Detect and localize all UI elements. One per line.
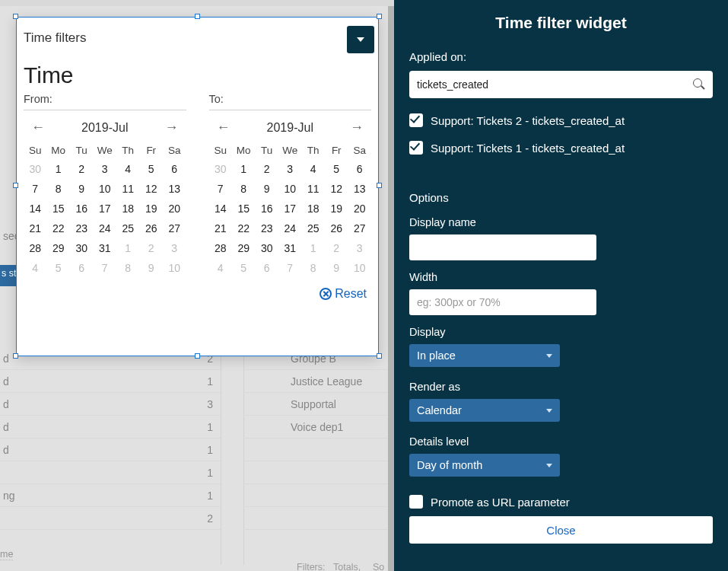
calendar-day[interactable]: 2 [140, 238, 164, 258]
applied-on-item[interactable]: Support: Tickets 2 - tickets_created_at [409, 113, 713, 127]
widget-dropdown-button[interactable] [347, 26, 374, 53]
calendar-day[interactable]: 18 [302, 199, 326, 219]
calendar-day[interactable]: 2 [70, 159, 94, 179]
calendar-day[interactable]: 8 [302, 258, 326, 278]
next-month-button[interactable]: → [162, 118, 182, 137]
calendar-day[interactable]: 11 [302, 179, 326, 199]
calendar-day[interactable]: 15 [47, 199, 71, 219]
display-name-input[interactable] [409, 234, 596, 260]
calendar-day[interactable]: 19 [325, 199, 348, 219]
calendar-day[interactable]: 30 [209, 159, 233, 179]
calendar-day[interactable]: 4 [302, 159, 326, 179]
prev-month-button[interactable]: ← [28, 118, 48, 137]
calendar-day[interactable]: 9 [256, 179, 279, 199]
calendar-day[interactable]: 12 [140, 179, 164, 199]
calendar-day[interactable]: 19 [140, 199, 164, 219]
calendar-day[interactable]: 21 [24, 219, 47, 238]
calendar-day[interactable]: 5 [47, 258, 71, 278]
calendar-day[interactable]: 2 [256, 159, 279, 179]
calendar-day[interactable]: 14 [209, 199, 233, 219]
calendar-day[interactable]: 23 [256, 219, 279, 238]
calendar-day[interactable]: 1 [47, 159, 71, 179]
calendar-day[interactable]: 6 [70, 258, 94, 278]
calendar-day[interactable]: 20 [348, 199, 372, 219]
calendar-day[interactable]: 10 [94, 179, 117, 199]
calendar-day[interactable]: 17 [94, 199, 117, 219]
calendar-day[interactable]: 6 [163, 159, 186, 179]
calendar-day[interactable]: 26 [140, 219, 164, 238]
calendar-day[interactable]: 29 [47, 238, 71, 258]
calendar-day[interactable]: 31 [278, 238, 302, 258]
calendar-day[interactable]: 24 [278, 219, 302, 238]
calendar-day[interactable]: 7 [94, 258, 117, 278]
calendar-day[interactable]: 4 [116, 159, 140, 179]
calendar-day[interactable]: 8 [47, 179, 71, 199]
calendar-day[interactable]: 30 [256, 238, 279, 258]
selection-handle[interactable] [377, 14, 382, 19]
calendar-day[interactable]: 27 [163, 219, 186, 238]
render-as-select[interactable]: Calendar [409, 399, 560, 422]
width-input[interactable] [409, 289, 596, 315]
calendar-day[interactable]: 13 [348, 179, 372, 199]
calendar-day[interactable]: 3 [163, 238, 186, 258]
checkbox[interactable] [409, 141, 423, 155]
calendar-day[interactable]: 10 [278, 179, 302, 199]
calendar-day[interactable]: 4 [209, 258, 233, 278]
calendar-day[interactable]: 6 [348, 159, 372, 179]
calendar-day[interactable]: 9 [70, 179, 94, 199]
next-month-button[interactable]: → [347, 118, 367, 137]
calendar-day[interactable]: 3 [278, 159, 302, 179]
details-level-select[interactable]: Day of month [409, 454, 560, 477]
calendar-day[interactable]: 21 [209, 219, 233, 238]
calendar-day[interactable]: 29 [232, 238, 256, 258]
calendar-day[interactable]: 1 [116, 238, 140, 258]
calendar-day[interactable]: 26 [325, 219, 348, 238]
reset-button[interactable]: Reset [319, 287, 367, 301]
calendar-day[interactable]: 28 [209, 238, 233, 258]
selection-handle[interactable] [13, 183, 18, 188]
calendar-day[interactable]: 5 [140, 159, 164, 179]
selection-handle[interactable] [13, 14, 18, 19]
calendar-day[interactable]: 14 [24, 199, 47, 219]
month-label[interactable]: 2019-Jul [81, 121, 128, 135]
calendar-day[interactable]: 4 [24, 258, 47, 278]
selection-handle[interactable] [377, 353, 382, 359]
calendar-day[interactable]: 10 [348, 258, 372, 278]
calendar-day[interactable]: 12 [325, 179, 348, 199]
selection-handle[interactable] [13, 353, 18, 359]
calendar-day[interactable]: 8 [232, 179, 256, 199]
calendar-day[interactable]: 8 [116, 258, 140, 278]
calendar-day[interactable]: 10 [163, 258, 186, 278]
calendar-day[interactable]: 7 [24, 179, 47, 199]
calendar-day[interactable]: 17 [278, 199, 302, 219]
calendar-day[interactable]: 1 [302, 238, 326, 258]
calendar-day[interactable]: 22 [47, 219, 71, 238]
calendar-day[interactable]: 23 [70, 219, 94, 238]
calendar-day[interactable]: 2 [325, 238, 348, 258]
applied-on-search[interactable] [409, 71, 713, 98]
checkbox[interactable] [409, 495, 423, 509]
calendar-day[interactable]: 9 [325, 258, 348, 278]
calendar-day[interactable]: 3 [348, 238, 372, 258]
display-select[interactable]: In place [409, 344, 560, 367]
applied-on-input[interactable] [417, 78, 693, 91]
calendar-day[interactable]: 7 [278, 258, 302, 278]
calendar-day[interactable]: 5 [232, 258, 256, 278]
calendar-day[interactable]: 16 [70, 199, 94, 219]
calendar-day[interactable]: 9 [140, 258, 164, 278]
selection-handle[interactable] [377, 183, 382, 188]
calendar-day[interactable]: 15 [232, 199, 256, 219]
promote-url-option[interactable]: Promote as URL parameter [409, 495, 713, 509]
calendar-day[interactable]: 30 [24, 159, 47, 179]
calendar-day[interactable]: 3 [94, 159, 117, 179]
calendar-day[interactable]: 25 [116, 219, 140, 238]
calendar-day[interactable]: 24 [94, 219, 117, 238]
calendar-day[interactable]: 7 [209, 179, 233, 199]
calendar-day[interactable]: 27 [348, 219, 372, 238]
calendar-day[interactable]: 11 [116, 179, 140, 199]
calendar-day[interactable]: 28 [24, 238, 47, 258]
calendar-day[interactable]: 25 [302, 219, 326, 238]
calendar-day[interactable]: 18 [116, 199, 140, 219]
calendar-day[interactable]: 13 [163, 179, 186, 199]
selection-handle[interactable] [195, 14, 200, 19]
